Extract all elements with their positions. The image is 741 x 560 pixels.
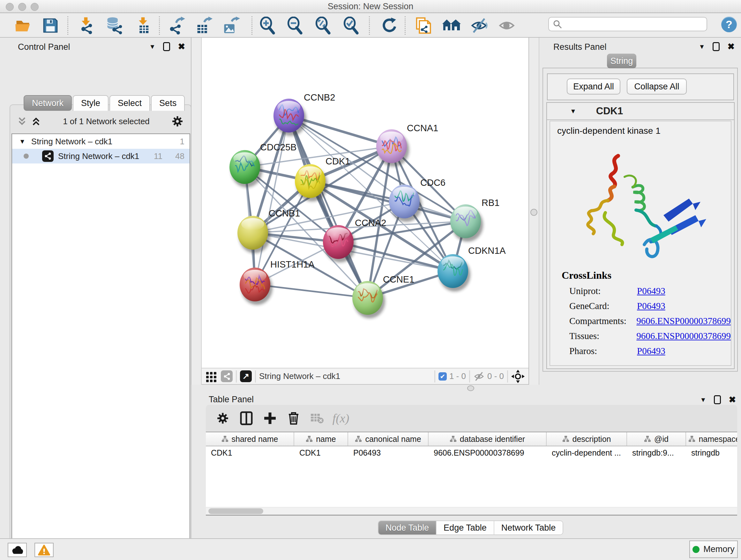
table-tabs: Node TableEdge TableNetwork Table [378,520,563,535]
node-count: 11 [154,151,162,161]
cloud-status-button[interactable] [8,543,27,557]
table-cell[interactable]: stringdb:9... [627,446,686,460]
panel-float-icon[interactable] [713,42,720,51]
zoom-selected-button[interactable] [341,16,361,35]
tab-select[interactable]: Select [110,95,150,111]
table-cell[interactable]: CDK1 [206,446,294,460]
network-edge-CCNB2-CCNE1[interactable] [289,116,367,298]
expand-all-chevrons-icon[interactable] [30,116,42,127]
table-settings-button[interactable] [211,412,234,425]
panel-menu-icon[interactable]: ▼ [699,43,705,51]
panel-menu-icon[interactable]: ▼ [700,396,706,403]
column-header-description[interactable]: description [547,432,627,446]
column-header--id[interactable]: @id [627,432,686,446]
panel-close-icon[interactable]: ✖ [178,42,185,52]
column-header-namespace[interactable]: namespace [686,432,737,446]
crosslink-row: Uniprot:P06493 [569,286,731,296]
open-in-browser-icon[interactable]: ↗ [240,370,252,382]
left-panel-splitter[interactable] [191,38,202,385]
right-panel-splitter[interactable] [529,38,539,385]
delete-column-button[interactable] [282,411,306,425]
table-cell[interactable]: 9606.ENSP00000378699 [428,446,547,460]
help-button[interactable]: ? [721,17,737,32]
table-cell[interactable]: stringdb [686,446,737,460]
crosslink-link[interactable]: P06493 [637,286,665,296]
tab-edge-table[interactable]: Edge Table [436,521,494,535]
hide-selected-button[interactable] [469,16,489,35]
show-columns-button[interactable] [234,411,258,425]
crosslink-link[interactable]: P06493 [637,301,665,311]
column-header-name[interactable]: name [294,432,348,446]
warnings-button[interactable] [35,543,54,557]
export-table-button[interactable] [193,16,214,35]
splitter-handle[interactable] [530,209,537,216]
hidden-eye-icon[interactable] [473,371,485,382]
panel-float-icon[interactable] [163,42,170,51]
table-horizontal-scrollbar[interactable] [206,507,737,515]
splitter-handle[interactable] [467,385,474,391]
network-row-selected[interactable]: String Network – cdk1 11 48 [12,149,190,164]
scrollbar-thumb[interactable] [208,508,263,514]
pan-crosshair-icon[interactable] [511,370,525,383]
crosslink-link[interactable]: 9606.ENSP00000378699 [636,331,731,341]
network-canvas[interactable]: CCNB2CCNA1CDC25BCDK1CDC6RB1CCNB1CCNA2CDK… [202,38,529,368]
network-collection-row[interactable]: ▼ String Network – cdk1 1 [12,134,190,149]
expand-all-button[interactable]: Expand All [567,78,620,95]
crosslink-link[interactable]: P06493 [637,346,665,356]
node-label-CDC25B: CDC25B [260,142,296,152]
collapse-all-chevrons-icon[interactable] [17,116,27,127]
tab-style[interactable]: Style [73,95,109,111]
export-image-button[interactable] [221,16,241,35]
eye-icon [498,17,516,35]
panel-close-icon[interactable]: ✖ [727,42,735,52]
node-table: shared namenamecanonical namedatabase id… [206,432,737,507]
grid-view-icon[interactable] [205,371,217,382]
table-panel-splitter[interactable] [202,385,741,393]
import-table-button[interactable] [133,16,153,35]
tab-string[interactable]: String [607,54,636,68]
panel-menu-icon[interactable]: ▼ [149,43,156,51]
panel-float-icon[interactable] [714,395,721,404]
crosslink-link[interactable]: 9606.ENSP00000378699 [636,316,731,326]
collapse-all-button[interactable]: Collapse All [627,78,687,95]
export-network-button[interactable] [166,16,186,35]
zoom-fit-button[interactable] [313,16,333,35]
network-view-toolbar: ↗ String Network – cdk1 ✔ 1 - 0 0 - 0 [202,368,529,385]
apply-layout-button[interactable] [379,16,399,35]
tab-network-table[interactable]: Network Table [494,521,563,535]
toolbar-separator [369,16,370,35]
save-floppy-icon [42,17,59,34]
table-cell[interactable]: CDK1 [294,446,348,460]
window-title: Session: New Session [0,2,741,11]
column-header-canonical-name[interactable]: canonical name [348,432,428,446]
open-session-button[interactable] [13,16,33,35]
section-expander-icon[interactable]: ▼ [570,108,576,115]
import-network-button[interactable] [76,16,96,35]
gear-icon[interactable] [171,115,184,128]
table-cell[interactable]: cyclin-dependent ... [547,446,627,460]
node-label-CDKN1A: CDKN1A [468,246,506,256]
panel-close-icon[interactable]: ✖ [729,395,736,405]
tab-sets[interactable]: Sets [151,95,185,111]
import-network-from-database-button[interactable] [104,16,124,35]
save-session-button[interactable] [40,16,61,35]
tab-node-table[interactable]: Node Table [379,521,436,535]
network-snapshot-button[interactable] [413,16,433,35]
table-cell[interactable]: P06493 [348,446,428,460]
show-all-button[interactable] [496,16,517,35]
memory-button[interactable]: Memory [689,541,738,558]
tab-network[interactable]: Network [23,95,72,111]
column-header-shared-name[interactable]: shared name [206,432,294,446]
toolbar-separator [159,16,160,35]
search-input[interactable] [565,19,701,29]
selected-checkbox-icon[interactable]: ✔ [439,372,447,381]
gene-section-header[interactable]: ▼ CDK1 [547,103,734,120]
table-row[interactable]: CDK1CDK1P064939606.ENSP00000378699cyclin… [206,446,737,460]
add-column-button[interactable] [258,411,282,425]
tree-expander-icon[interactable]: ▼ [19,138,25,145]
gene-description: cyclin-dependent kinase 1 [557,126,731,136]
zoom-in-button[interactable] [257,16,278,35]
birds-eye-button[interactable] [441,16,462,35]
column-header-database-identifier[interactable]: database identifier [428,432,547,446]
zoom-out-button[interactable] [285,16,305,35]
